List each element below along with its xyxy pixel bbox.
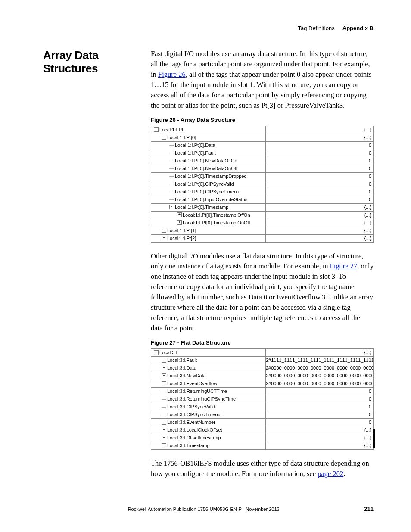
tag-name: Local:1:I.Pt[0].CIPSyncTimeout [175,189,240,194]
section-title: Array Data Structures [43,49,151,75]
tag-name-cell: +Local:3:I.Timestamp [151,442,266,449]
publication-info: Rockwell Automation Publication 1756-UM0… [128,507,280,512]
expand-icon[interactable]: + [162,236,166,240]
tag-name-cell: Local:3:I.CIPSyncValid [151,403,266,411]
table-row: Local:1:I.Pt[0].NewDataOnOff0 [151,165,374,172]
tag-name-cell: Local:1:I.Pt[0].Fault [151,149,266,157]
tag-name: Local:1:I.Pt[0].CIPSyncValid [175,181,234,187]
tag-name: Local:3:I.ReturningUCTTime [167,389,227,394]
tag-name: Local:3:I.ReturningCIPSyncTime [167,396,236,401]
tag-value-cell: 0 [266,180,374,188]
table-row: +Local:3:I.LocalClockOffset{...} [151,426,374,434]
table-row: +Local:3:I.Data2#0000_0000_0000_0000_000… [151,364,374,372]
tag-name-cell: +Local:3:I.EventOverflow [151,380,266,387]
tag-name: Local:3:I.Fault [167,358,197,363]
table-row: -Local:1:I.Pt{...} [151,126,374,134]
table-row: +Local:3:I.Offsettimestamp{...} [151,434,374,442]
tag-name-cell: Local:3:I.ReturningUCTTime [151,387,266,395]
tag-value-cell: 2#0000_0000_0000_0000_0000_0000_0000_000… [266,380,374,387]
tag-name: Local:3:I.Offsettimestamp [167,435,221,440]
table-row: +Local:1:I.Pt[2]{...} [151,234,374,242]
table-row: Local:1:I.Pt[0].InputOverrideStatus0 [151,196,374,203]
tag-name-cell: Local:1:I.Pt[0].CIPSyncValid [151,180,266,188]
tag-name-cell: +Local:3:I.EventNumber [151,418,266,426]
table-row: +Local:1:I.Pt[0].Timestamp.OffOn{...} [151,211,374,219]
collapse-icon[interactable]: - [154,127,159,132]
table-row: +Local:3:I.Timestamp{...} [151,442,374,449]
tag-value-cell: 2#0000_0000_0000_0000_0000_0000_0000_000… [266,364,374,372]
tag-name-cell: +Local:1:I.Pt[0].Timestamp.OffOn [151,211,266,219]
tag-value-cell: 0 [266,403,374,411]
header-right: Appendix B [342,25,374,31]
tag-value-cell: {...} [266,348,374,356]
table-row: Local:1:I.Pt[0].CIPSyncTimeout0 [151,188,374,196]
tag-value-cell: 0 [266,387,374,395]
collapse-icon[interactable]: - [154,350,159,355]
tag-name-cell: -Local:3:I [151,348,266,356]
tag-name: Local:1:I.Pt[0].Data [175,143,215,148]
tag-value-cell: {...} [266,219,374,227]
tag-name: Local:1:I.Pt[0].InputOverrideStatus [175,197,247,202]
figure-27-link[interactable]: Figure 27 [330,262,358,270]
tag-value-cell: 0 [266,172,374,180]
expand-icon[interactable]: + [162,436,166,440]
tag-name: Local:1:I.Pt[2] [167,236,196,241]
figure-26-caption: Figure 26 - Array Data Structure [151,117,374,123]
change-bar [373,429,375,448]
table-row: +Local:3:I.EventOverflow2#0000_0000_0000… [151,380,374,387]
tag-name-cell: +Local:1:I.Pt[2] [151,234,266,242]
table-row: +Local:3:I.EventNumber0 [151,418,374,426]
expand-icon[interactable]: + [162,420,166,425]
table-row: Local:3:I.ReturningCIPSyncTime0 [151,395,374,403]
header-left: Tag Definitions [298,25,334,31]
tag-name-cell: Local:1:I.Pt[0].Data [151,141,266,149]
tag-name: Local:1:I.Pt[0].Timestamp.OnOff [183,220,250,225]
tag-name: Local:3:I.EventNumber [167,420,215,425]
tag-name: Local:1:I.Pt[0].NewDataOffOn [175,158,237,163]
tag-name-cell: Local:1:I.Pt[0].CIPSyncTimeout [151,188,266,196]
tag-name-cell: Local:1:I.Pt[0].TimestampDropped [151,172,266,180]
table-row: Local:1:I.Pt[0].Data0 [151,141,374,149]
expand-icon[interactable]: + [162,366,166,370]
tag-name: Local:3:I.CIPSyncValid [167,404,215,409]
tag-name-cell: -Local:1:I.Pt[0].Timestamp [151,203,266,211]
collapse-icon[interactable]: - [162,135,166,140]
expand-icon[interactable]: + [177,212,182,217]
expand-icon[interactable]: + [162,373,166,378]
tag-value-cell: {...} [266,211,374,219]
table-row: -Local:3:I{...} [151,348,374,356]
expand-icon[interactable]: + [177,220,182,225]
paragraph-1: Fast digital I/O modules use an array da… [151,49,374,111]
expand-icon[interactable]: + [162,443,166,448]
tag-name: Local:3:I.EventOverflow [167,381,217,386]
tag-value-cell: {...} [266,134,374,141]
expand-icon[interactable]: + [162,358,166,363]
table-row: -Local:1:I.Pt[0]{...} [151,134,374,141]
expand-icon[interactable]: + [162,428,166,432]
tag-name-cell: Local:1:I.Pt[0].NewDataOnOff [151,165,266,172]
tag-name: Local:3:I.Timestamp [167,443,210,448]
tag-name-cell: +Local:1:I.Pt[0].Timestamp.OnOff [151,219,266,227]
tag-name-cell: -Local:1:I.Pt[0] [151,134,266,141]
tag-value-cell: 0 [266,157,374,165]
page-202-link[interactable]: page 202 [318,470,343,478]
tag-name: Local:3:I.LocalClockOffset [167,427,222,432]
tag-name-cell: +Local:3:I.NewData [151,372,266,380]
page-number: 211 [364,506,374,512]
expand-icon[interactable]: + [162,381,166,386]
tag-name: Local:1:I.Pt[0].Timestamp.OffOn [183,212,250,218]
table-row: Local:1:I.Pt[0].Fault0 [151,149,374,157]
figure-26-link[interactable]: Figure 26 [158,70,186,78]
table-row: +Local:3:I.NewData2#0000_0000_0000_0000_… [151,372,374,380]
tag-name-cell: +Local:1:I.Pt[1] [151,227,266,234]
collapse-icon[interactable]: - [169,205,174,209]
tag-name-cell: Local:1:I.Pt[0].InputOverrideStatus [151,196,266,203]
tag-name-cell: Local:1:I.Pt[0].NewDataOffOn [151,157,266,165]
tag-value-cell: 0 [266,165,374,172]
paragraph-3: The 1756-OB16IEFS module uses either typ… [151,458,374,479]
tag-value-cell: 0 [266,395,374,403]
tag-name: Local:1:I.Pt[0].Fault [175,150,216,156]
expand-icon[interactable]: + [162,228,166,233]
tag-name-cell: +Local:3:I.Data [151,364,266,372]
paragraph-2: Other digital I/O modules use a flat dat… [151,251,374,333]
